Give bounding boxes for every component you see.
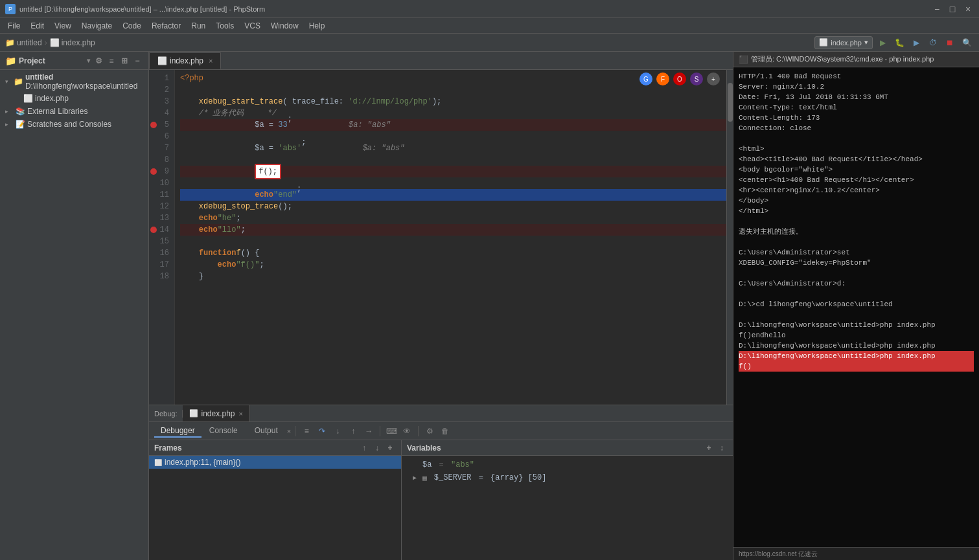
breadcrumb-untitled-label: untitled [17,38,42,47]
var-item-server[interactable]: ▦ $_SERVER = {array} [50] [402,471,733,484]
menu-tools[interactable]: Tools [211,18,239,34]
gear-icon[interactable]: ⚙ [93,55,104,67]
coverage-button[interactable]: ▶ [909,36,923,50]
menu-run[interactable]: Run [186,18,211,34]
code-line-18: } [180,271,728,282]
minimize-button[interactable]: − [931,3,943,15]
term-line-20: C:\Users\Administrator>d: [739,278,974,289]
tree-item-scratches[interactable]: ▸ 📝 Scratches and Consoles [0,118,148,131]
var-eq-server: = [474,473,488,482]
frames-up-btn[interactable]: ↑ [358,442,370,454]
frames-arrows: ↑ ↓ + [358,442,396,454]
evaluate-btn[interactable]: ⌨ [384,424,398,438]
tab-indexphp[interactable]: ⬜ index.php × [149,52,221,69]
close-debug-btn[interactable]: 🗑 [438,424,452,438]
code-line-13: echo "he"; [180,212,728,224]
menu-help[interactable]: Help [304,18,330,34]
debug-button[interactable]: 🐛 [892,36,906,50]
line-num-2: 2 [149,84,174,96]
breadcrumb-untitled[interactable]: 📁 untitled [5,38,42,47]
tab-close-button[interactable]: × [209,57,213,65]
frames-add-btn[interactable]: + [384,442,396,454]
terminal-icon: ⬛ [739,55,748,64]
term-line-17 [739,237,974,247]
profile-button[interactable]: ⏱ [926,36,940,50]
menu-file[interactable]: File [3,18,25,34]
tree-arrow-untitled: ▾ [5,78,12,85]
debug-file-label: index.php [201,409,235,418]
debug-toolbar: Debugger Console Output × ≡ ↷ ↓ ↑ → ⌨ 👁 … [149,422,733,440]
safari-icon[interactable]: S [690,73,703,85]
add-var-btn[interactable]: + [703,442,715,454]
line-num-10: 10 [149,177,174,189]
settings-btn[interactable]: ⚙ [422,424,437,438]
debug-file-close[interactable]: × [239,410,243,418]
run-config-selector[interactable]: ⬜ index.php ▾ [814,36,873,49]
tree-item-indexphp[interactable]: ⬜ index.php [0,92,148,105]
sort-var-btn[interactable]: ↕ [716,442,728,454]
run-to-cursor-btn[interactable]: → [362,424,376,438]
tree-item-external-libraries[interactable]: ▸ 📚 External Libraries [0,105,148,118]
show-frames-btn[interactable]: ≡ [299,424,314,438]
output-tab-group: Output × [248,425,291,438]
menu-code[interactable]: Code [117,18,146,34]
close-button[interactable]: × [962,3,974,15]
expand-icon[interactable]: ⊞ [119,55,130,67]
tab-console[interactable]: Console [203,425,244,438]
debug-highlight-box: f(); [255,164,281,179]
firefox-icon[interactable]: F [656,73,669,85]
frame-item-main[interactable]: ⬜ index.php:11, {main}() [149,456,401,469]
code-editor[interactable]: G F O S + 1 2 3 4 5 6 7 8 9 10 1 [149,70,733,405]
breakpoint-5 [150,122,157,128]
menu-edit[interactable]: Edit [25,18,49,34]
term-line-1: HTTP/1.1 400 Bad Request [739,71,974,82]
term-line-19 [739,268,974,278]
sort-icon[interactable]: ≡ [106,55,117,67]
breakpoint-14 [150,227,157,233]
code-line-2 [180,84,728,96]
tab-debugger[interactable]: Debugger [154,425,202,438]
menu-navigate[interactable]: Navigate [76,18,117,34]
term-line-6: Connection: close [739,123,974,133]
menu-view[interactable]: View [49,18,76,34]
tree-item-untitled[interactable]: ▾ 📁 untitled D:\lihongfeng\workspace\unt… [0,71,148,92]
menu-vcs[interactable]: VCS [239,18,266,34]
term-line-2: Server: nginx/1.10.2 [739,82,974,92]
opera-icon[interactable]: O [673,73,686,85]
run-button[interactable]: ▶ [875,36,890,50]
var-server-table-icon: ▦ [422,474,427,482]
tab-output[interactable]: Output [248,425,284,438]
line-num-1: 1 [149,73,174,84]
project-header: 📁 Project ▾ ⚙ ≡ ⊞ − [0,52,148,70]
code-line-3: xdebug_start_trace( trace_file: 'd://lnm… [180,96,728,107]
editor-scrollbar-thumb[interactable] [728,83,733,122]
step-into-btn[interactable]: ↓ [330,424,345,438]
code-line-7: $a = 'abs'; $a: "abs" [180,142,728,154]
stop-button[interactable]: ⏹ [943,36,957,50]
menu-window[interactable]: Window [266,18,304,34]
search-everywhere-button[interactable]: 🔍 [960,36,974,50]
maximize-button[interactable]: □ [947,3,958,15]
code-content[interactable]: <?php xdebug_start_trace( trace_file: 'd… [175,70,733,405]
editor-scrollbar[interactable] [726,70,733,405]
terminal-header: ⬛ 管理员: C:\WINDOWS\system32\cmd.exe - php… [733,52,979,67]
frames-down-btn[interactable]: ↓ [371,442,383,454]
terminal-content[interactable]: HTTP/1.1 400 Bad Request Server: nginx/1… [733,67,979,547]
editor-tabs: ⬜ index.php × [149,52,733,70]
project-toolbar: ⚙ ≡ ⊞ − [93,55,143,67]
debug-file-tab[interactable]: ⬜ index.php × [183,405,249,421]
step-out-btn[interactable]: ↑ [346,424,360,438]
terminal-title: 管理员: C:\WINDOWS\system32\cmd.exe - php i… [751,54,934,64]
close-panel-icon[interactable]: − [132,55,143,67]
menu-refactor[interactable]: Refactor [146,18,186,34]
watch-btn[interactable]: 👁 [400,424,414,438]
breadcrumb-indexphp[interactable]: ⬜ index.php [50,38,95,47]
output-close-btn[interactable]: × [287,427,291,435]
step-over-btn[interactable]: ↷ [315,424,329,438]
var-expand-server[interactable] [409,473,420,483]
term-line-15 [739,216,974,227]
term-line-10: <body bgcolor="white"> [739,164,974,175]
more-browsers-icon[interactable]: + [707,73,720,85]
chrome-icon[interactable]: G [639,73,652,85]
scratches-icon: 📝 [15,119,25,129]
